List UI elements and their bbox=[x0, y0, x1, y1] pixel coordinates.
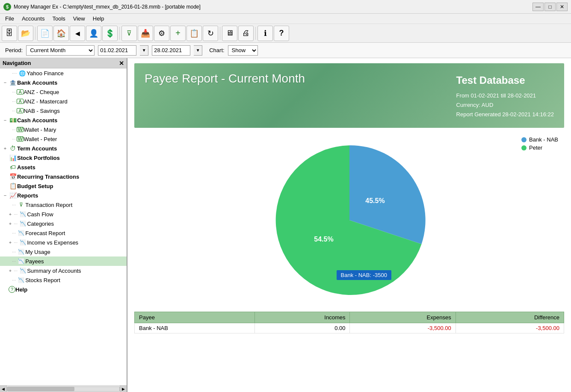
expand-cashflow-icon[interactable]: + bbox=[7, 211, 14, 218]
cashflow-icon: 📉 bbox=[18, 211, 27, 218]
cash-icon: 💵 bbox=[9, 117, 17, 124]
toolbar-db-button[interactable]: 🗄 bbox=[2, 26, 17, 41]
expand-recurring-icon bbox=[2, 173, 9, 180]
account-icon: A bbox=[17, 89, 24, 94]
toolbar-import-button[interactable]: 📥 bbox=[138, 26, 153, 41]
toolbar-add-button[interactable]: + bbox=[170, 26, 186, 41]
sidebar-item-assets[interactable]: 🏷 Assets bbox=[0, 162, 127, 172]
toolbar-gear-button[interactable]: ⚙ bbox=[154, 26, 169, 41]
chart-select[interactable]: Show bbox=[228, 45, 258, 56]
sidebar-label-categories: Categories bbox=[27, 221, 54, 227]
title-bar: $ Money Manager Ex - C:\empty\test_mmex_… bbox=[0, 0, 571, 14]
scroll-left-button[interactable]: ◀ bbox=[0, 386, 7, 392]
toolbar-new-button[interactable]: 📄 bbox=[37, 26, 53, 41]
toolbar-monitor-button[interactable]: 🖥 bbox=[222, 26, 237, 41]
tree-dots: ··· bbox=[12, 108, 16, 113]
sidebar-label-anz-cheque: ANZ - Cheque bbox=[24, 89, 59, 95]
expand-term-icon[interactable]: + bbox=[2, 145, 9, 152]
tree-dots: ··· bbox=[12, 259, 16, 264]
date-to-button[interactable]: ▼ bbox=[194, 45, 202, 56]
menu-accounts[interactable]: Accounts bbox=[18, 15, 48, 23]
report-db-name: Test Database bbox=[456, 72, 554, 89]
sidebar-item-yahoo[interactable]: ···· 🌐 Yahoo Finance bbox=[0, 68, 127, 78]
tree-dots: ··· bbox=[14, 221, 18, 226]
date-to-input[interactable] bbox=[152, 45, 190, 56]
tooltip-value: -3500 bbox=[373, 272, 387, 278]
menu-tools[interactable]: Tools bbox=[49, 15, 68, 23]
expand-bank-icon[interactable]: − bbox=[2, 79, 9, 86]
toolbar-dollar-button[interactable]: 💲 bbox=[102, 26, 118, 41]
date-from-button[interactable]: ▼ bbox=[140, 45, 148, 56]
expand-categories-icon[interactable]: + bbox=[7, 220, 14, 227]
sidebar-item-my-usage[interactable]: ··· 📉 My Usage bbox=[0, 247, 127, 256]
expand-summary-icon[interactable]: + bbox=[7, 267, 14, 274]
sidebar-item-term-accounts[interactable]: + ⏱ Term Accounts bbox=[0, 144, 127, 153]
sidebar-item-budget[interactable]: 📋 Budget Setup bbox=[0, 181, 127, 191]
sidebar-item-income-expenses[interactable]: + ··· 📉 Income vs Expenses bbox=[0, 238, 127, 247]
chart-label: Chart: bbox=[209, 47, 224, 53]
minimize-button[interactable]: — bbox=[533, 3, 544, 11]
sidebar-label-reports: Reports bbox=[17, 192, 38, 199]
sidebar-item-bank-accounts[interactable]: − 🏦 Bank Accounts bbox=[0, 78, 127, 87]
expand-assets-icon bbox=[2, 164, 9, 171]
toolbar-back-button[interactable]: ◀ bbox=[70, 26, 85, 41]
sidebar-item-stocks-report[interactable]: ··· 📉 Stocks Report bbox=[0, 275, 127, 285]
sidebar-item-reports[interactable]: − 📈 Reports bbox=[0, 191, 127, 200]
sidebar-item-payees[interactable]: ··· 📉 Payees bbox=[0, 256, 127, 266]
sidebar-item-stock-portfolios[interactable]: 📊 Stock Portfolios bbox=[0, 153, 127, 162]
sidebar-item-transaction-report[interactable]: ··· ⊽ Transaction Report bbox=[0, 200, 127, 209]
sidebar-item-wallet-mary[interactable]: ··· W Wallet - Mary bbox=[0, 125, 127, 134]
toolbar-help-button[interactable]: ? bbox=[274, 26, 289, 41]
toolbar-filter-button[interactable]: ⊽ bbox=[121, 26, 137, 41]
toolbar-refresh-button[interactable]: ↻ bbox=[203, 26, 218, 41]
report-scroll[interactable]: Payee Report - Current Month Test Databa… bbox=[127, 58, 571, 392]
sidebar-item-recurring[interactable]: 📅 Recurring Transactions bbox=[0, 172, 127, 181]
date-from-input[interactable] bbox=[98, 45, 136, 56]
menu-help[interactable]: Help bbox=[89, 15, 108, 23]
payees-icon: 📉 bbox=[17, 258, 25, 265]
toolbar-home-button[interactable]: 🏠 bbox=[53, 26, 69, 41]
menu-file[interactable]: File bbox=[2, 15, 18, 23]
sidebar-item-cash-accounts[interactable]: − 💵 Cash Accounts bbox=[0, 115, 127, 125]
toolbar-open-button[interactable]: 📂 bbox=[18, 26, 33, 41]
menu-view[interactable]: View bbox=[70, 15, 89, 23]
table-row[interactable]: Bank - NAB 0.00 -3,500.00 -3,500.00 bbox=[135, 323, 564, 333]
sidebar-item-cash-flow[interactable]: + ··· 📉 Cash Flow bbox=[0, 209, 127, 219]
pie-label-nab: 45.5% bbox=[365, 197, 385, 204]
period-bar: Period: Current Month ▼ ▼ Chart: Show bbox=[0, 43, 571, 58]
nav-tree[interactable]: ···· 🌐 Yahoo Finance − 🏦 Bank Accounts ·… bbox=[0, 68, 127, 385]
period-select[interactable]: Current Month bbox=[26, 45, 95, 56]
col-incomes: Incomes bbox=[255, 312, 350, 323]
sidebar-label-anz-mastercard: ANZ - Mastercard bbox=[24, 98, 68, 105]
nav-close-button[interactable]: ✕ bbox=[119, 60, 124, 66]
expand-reports-icon[interactable]: − bbox=[2, 192, 9, 199]
sidebar-item-forecast-report[interactable]: ··· 📉 Forecast Report bbox=[0, 228, 127, 238]
maximize-button[interactable]: □ bbox=[544, 3, 556, 11]
sidebar-label-stocks-report: Stocks Report bbox=[25, 277, 60, 283]
sidebar-item-anz-cheque[interactable]: ··· A ANZ - Cheque bbox=[0, 87, 127, 97]
sidebar-item-anz-mastercard[interactable]: ··· A ANZ - Mastercard bbox=[0, 97, 127, 106]
help-icon: ? bbox=[9, 286, 15, 293]
sidebar-label-cash-flow: Cash Flow bbox=[27, 211, 53, 218]
sidebar-item-wallet-peter[interactable]: ··· W Wallet - Peter bbox=[0, 134, 127, 144]
sidebar-item-categories[interactable]: + ··· 📉 Categories bbox=[0, 219, 127, 228]
nav-scrollbar-horizontal[interactable]: ◀ ▶ bbox=[0, 385, 127, 392]
sidebar-item-nab-savings[interactable]: ··· A NAB - Savings bbox=[0, 106, 127, 115]
account-icon: A bbox=[17, 108, 24, 113]
expand-cash-icon[interactable]: − bbox=[2, 117, 9, 124]
sidebar-label-wallet-mary: Wallet - Mary bbox=[24, 127, 56, 133]
toolbar-note-button[interactable]: 📋 bbox=[186, 26, 202, 41]
nav-header: Navigation ✕ bbox=[0, 58, 127, 68]
sidebar-label-summary-accounts: Summary of Accounts bbox=[27, 268, 81, 274]
stock-icon: 📊 bbox=[9, 154, 17, 161]
toolbar-info-button[interactable]: ℹ bbox=[257, 26, 273, 41]
close-button[interactable]: ✕ bbox=[556, 3, 568, 11]
toolbar-print-button[interactable]: 🖨 bbox=[238, 26, 254, 41]
toolbar-user-button[interactable]: 👤 bbox=[86, 26, 101, 41]
cell-difference: -3,500.00 bbox=[456, 323, 564, 333]
sidebar-item-help[interactable]: ? Help bbox=[0, 285, 127, 294]
expand-income-icon[interactable]: + bbox=[7, 239, 14, 246]
sidebar-item-summary-accounts[interactable]: + ··· 📉 Summary of Accounts bbox=[0, 266, 127, 275]
window-controls[interactable]: — □ ✕ bbox=[533, 3, 568, 11]
scroll-right-button[interactable]: ▶ bbox=[120, 386, 127, 392]
